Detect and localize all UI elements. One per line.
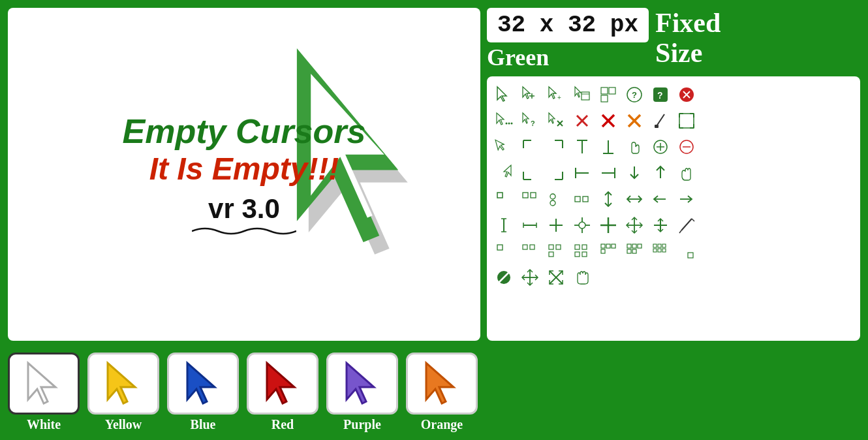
icon-arrow-plus[interactable]: +	[544, 83, 568, 106]
icon-text-cursor[interactable]	[492, 213, 516, 237]
icon-two-boxes[interactable]	[518, 187, 542, 211]
icon-x-red-medium[interactable]	[597, 109, 620, 133]
icon-arrow-up[interactable]	[649, 161, 672, 185]
icon-circle-plus[interactable]	[649, 135, 672, 159]
icon-box-6[interactable]	[623, 240, 646, 263]
icon-small-box[interactable]	[492, 187, 516, 211]
icon-question-filled[interactable]: ?	[649, 83, 672, 106]
icon-diagonal-move[interactable]	[544, 266, 568, 289]
icon-arrow-left-single[interactable]	[649, 187, 672, 211]
icon-crosshair-small[interactable]	[544, 213, 568, 237]
icon-corner-bl[interactable]	[518, 161, 542, 185]
icon-arrow-left-dots[interactable]	[492, 109, 516, 133]
svg-marker-7	[549, 87, 556, 99]
color-btn-white[interactable]	[8, 353, 80, 415]
color-option-blue: Blue	[167, 353, 239, 432]
svg-rect-104	[575, 245, 580, 249]
icon-two-circles[interactable]	[544, 187, 568, 211]
icon-box-2[interactable]	[518, 240, 542, 263]
svg-rect-110	[612, 244, 615, 248]
color-label-purple: Purple	[343, 417, 381, 432]
svg-rect-14	[601, 95, 608, 102]
icon-box-3[interactable]	[544, 240, 568, 263]
icon-empty-r6-2	[727, 213, 751, 237]
icon-empty-r6-3	[753, 213, 777, 237]
icon-arrow-window[interactable]	[570, 83, 594, 106]
icon-arrow-x-green[interactable]	[544, 109, 568, 133]
icon-box-4[interactable]	[570, 240, 594, 263]
icon-empty-r8-9	[805, 266, 829, 289]
icon-four-corners[interactable]	[675, 109, 698, 133]
icon-arrow-move[interactable]	[518, 83, 542, 106]
icon-hand-open[interactable]	[570, 266, 594, 289]
icon-empty-r5-2	[727, 187, 751, 211]
icon-corner-tl[interactable]	[518, 135, 542, 159]
svg-rect-12	[601, 87, 608, 94]
icon-box-7[interactable]	[649, 240, 672, 263]
icon-prohibited[interactable]	[492, 266, 516, 289]
icon-grid-resize[interactable]	[597, 83, 620, 106]
icon-arrow[interactable]	[492, 83, 516, 106]
icon-text-h-cursor[interactable]	[518, 213, 542, 237]
icon-resize-t[interactable]	[570, 135, 594, 159]
icon-empty-r8-8	[779, 266, 803, 289]
icon-arrow-down[interactable]	[623, 161, 646, 185]
icon-crosshair-large[interactable]	[597, 213, 620, 237]
icon-arrow-right-single[interactable]	[675, 187, 698, 211]
icon-move-arrows[interactable]	[518, 266, 542, 289]
svg-rect-117	[653, 244, 657, 247]
icon-circle-minus[interactable]	[675, 135, 698, 159]
icon-empty-r3-2	[727, 135, 751, 159]
icon-resize-b[interactable]	[597, 135, 620, 159]
icon-empty-r6-5	[805, 213, 829, 237]
icon-pencil[interactable]	[675, 213, 698, 237]
color-btn-purple[interactable]	[326, 353, 398, 415]
color-option-orange: Orange	[406, 353, 478, 432]
icon-resize-v[interactable]	[597, 187, 620, 211]
svg-point-24	[508, 123, 510, 125]
icon-empty-6	[831, 83, 855, 106]
svg-rect-105	[582, 245, 587, 249]
icon-arrow-diagonal[interactable]	[492, 135, 516, 159]
icon-eyedropper[interactable]	[649, 109, 672, 133]
color-btn-yellow[interactable]	[87, 353, 159, 415]
icon-hand-grab[interactable]	[675, 161, 698, 185]
icon-empty-r3-1	[701, 135, 724, 159]
right-panel: 32 x 32 px Green FixedSize	[487, 8, 860, 341]
icon-plus-arrows[interactable]	[649, 213, 672, 237]
icon-arrow-left[interactable]	[492, 161, 516, 185]
color-label-yellow: Yellow	[105, 417, 142, 432]
svg-marker-130	[28, 363, 55, 403]
icon-resize-side-l[interactable]	[570, 161, 594, 185]
icon-arrow-question[interactable]: ?	[518, 109, 542, 133]
color-btn-blue[interactable]	[167, 353, 239, 415]
icon-question-circle[interactable]: ?	[623, 83, 646, 106]
svg-marker-4	[523, 87, 530, 99]
size-badge: 32 x 32 px	[487, 8, 649, 42]
color-option-purple: Purple	[326, 353, 398, 432]
icon-corner-tr[interactable]	[544, 135, 568, 159]
icon-resize-side-r[interactable]	[597, 161, 620, 185]
icons-grid: +	[492, 83, 855, 289]
icon-crosshair-circle[interactable]	[570, 213, 594, 237]
icon-x-red-small[interactable]	[570, 109, 594, 133]
icon-box-1[interactable]	[492, 240, 516, 263]
icon-box-dots[interactable]	[570, 187, 594, 211]
svg-point-25	[511, 123, 513, 125]
icon-x-orange[interactable]	[623, 109, 646, 133]
icon-x-circle[interactable]	[675, 83, 698, 106]
color-btn-orange[interactable]	[406, 353, 478, 415]
fixed-size-label: FixedSize	[655, 8, 721, 68]
icon-box-8[interactable]	[675, 240, 698, 263]
svg-rect-121	[658, 249, 661, 252]
icon-box-5[interactable]	[597, 240, 620, 263]
icon-hand-point[interactable]	[623, 135, 646, 159]
svg-rect-113	[632, 244, 636, 248]
icon-empty-r8-3	[649, 266, 672, 289]
icon-four-way-arrow[interactable]	[623, 213, 646, 237]
svg-marker-58	[504, 165, 511, 177]
color-btn-red[interactable]	[247, 353, 318, 415]
icon-corner-br[interactable]	[544, 161, 568, 185]
svg-rect-71	[583, 196, 588, 202]
icon-resize-h[interactable]	[623, 187, 646, 211]
